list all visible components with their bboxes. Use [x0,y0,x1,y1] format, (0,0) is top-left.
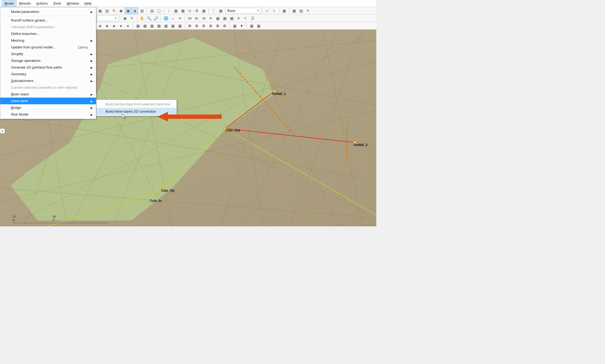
tool-icon[interactable]: ☰ [249,15,256,22]
dd-subcatchment[interactable]: Subcatchment ▶ [0,77,96,84]
tool-icon[interactable]: ✿ [194,23,200,29]
tool-icon[interactable]: ▦ [135,23,141,29]
inline-bank-submenu: Build section data from selected bank li… [96,99,177,116]
zoom-in-icon[interactable]: 🔍 [146,15,152,22]
tool-icon[interactable]: ▦ [177,23,183,29]
tool-icon[interactable]: ✿ [201,23,207,29]
tool-icon[interactable]: ▦ [142,23,148,29]
tool-icon[interactable]: ⎙ [187,8,193,14]
label-culv-out: Culv_Out [226,129,240,132]
dd-update-ground-model[interactable]: Update from ground model... Ctrl+U [0,44,96,51]
tool-icon[interactable]: ⌂ [170,15,176,22]
tool-icon[interactable]: ✿ [207,23,214,29]
tool-icon[interactable]: ✿ [214,23,221,29]
tool-icon[interactable]: ✿ [187,23,193,29]
tool-icon[interactable]: ⋮ [166,8,172,14]
tool-icon[interactable]: ▧ [298,8,304,14]
dd-calculate-refh: Calculate ReFH parameters [0,24,96,30]
label-outfall-2: Outfall_2 [354,143,367,147]
menu-model[interactable]: Model [2,0,16,6]
base-combo[interactable]: Base ▾ [225,8,260,14]
tool-icon[interactable]: ● [125,23,131,29]
tool-icon[interactable]: ▥ [104,8,110,14]
tool-icon[interactable]: ◈ [132,8,138,14]
tool-icon[interactable]: ▦ [173,8,179,14]
dd-model-parameters[interactable]: Model parameters ▶ [0,8,96,15]
tool-icon[interactable]: ✎ [111,8,117,14]
scale-left: 10 m [12,215,16,222]
dd-generate-1d-paths[interactable]: Generate 1D overland flow paths ▶ [0,64,96,71]
label-culv-in: Culv_In [150,199,162,203]
tool-icon[interactable]: ▼ [238,23,245,29]
tool-icon[interactable]: ▦ [180,8,186,14]
tool-icon[interactable]: ▦ [214,15,221,22]
dd-storage-operations[interactable]: Storage operations ▶ [0,57,96,64]
tool-icon[interactable]: ▦ [231,23,238,29]
sub-build-section-data: Build section data from selected bank li… [96,101,177,108]
chevron-down-icon: ▾ [115,17,116,20]
dd-inline-bank[interactable]: Inline bank ▶ [0,98,96,104]
tool-icon[interactable]: ▦ [97,8,103,14]
dd-convert-channels: Convert selected channels to river reach… [0,84,96,91]
shortcut-label: Ctrl+U [78,45,88,49]
tool-icon[interactable]: ✎ [305,8,311,14]
tool-icon[interactable]: ▦ [228,15,235,22]
globe-icon[interactable]: 🌐 [163,15,169,22]
tool-icon[interactable]: ☀ [177,15,183,22]
tool-icon[interactable]: ▦ [201,8,207,14]
tool-icon[interactable]: ⚙ [194,8,200,14]
menu-actions[interactable]: Actions [34,0,51,6]
dd-bridge[interactable]: Bridge ▶ [0,104,96,111]
toolbar-separator [209,8,209,13]
dd-river-reach[interactable]: River reach ▶ [0,91,96,98]
menu-results[interactable]: Results [16,0,33,6]
tool-icon[interactable]: ▦ [149,23,155,29]
tool-icon[interactable]: ▦ [255,23,262,29]
toolbar-separator [230,23,230,28]
tool-icon[interactable]: ▤ [149,8,155,14]
dd-geometry[interactable]: Geometry ▶ [0,71,96,77]
tool-icon[interactable]: ▢ [156,8,162,14]
dd-define-branches[interactable]: Define branches... [0,30,96,37]
dd-simplify[interactable]: Simplify ▶ [0,51,96,57]
tool-icon[interactable]: ▦ [221,15,228,22]
pointer-icon[interactable]: ↖ [242,15,249,22]
menu-window[interactable]: Window [64,0,82,6]
tool-icon[interactable]: ● [118,23,124,29]
tool-icon[interactable]: ◈ [97,23,103,29]
tool-icon[interactable]: ◉ [118,8,124,14]
menu-help[interactable]: Help [82,0,94,6]
tool-icon[interactable]: ▣ [125,8,131,14]
dd-runoff-wizard[interactable]: Runoff surface wizard... [0,17,96,24]
tool-icon[interactable]: ✦ [235,15,242,22]
tool-icon[interactable]: ◈ [111,23,117,29]
sub-build-inline-banks-2d[interactable]: Build inline banks 2D connection [96,108,177,115]
tool-icon[interactable]: ⋮ [210,8,217,14]
tool-icon[interactable]: ✎ [129,15,135,22]
tool-icon[interactable]: ▦ [248,23,255,29]
tool-icon[interactable]: ▦ [163,23,169,29]
tool-icon[interactable]: ▦ [281,8,287,14]
pan-icon[interactable]: ✋ [139,15,145,22]
combo-2[interactable]: ▾ [97,15,118,21]
tool-icon[interactable]: ◈ [104,23,110,29]
menu-tools[interactable]: Tools [50,0,64,6]
tool-icon[interactable]: ⤡ [271,8,277,14]
tool-icon[interactable]: ✿ [221,23,228,29]
tool-icon[interactable]: ◉ [122,15,128,22]
dd-risk-model[interactable]: Risk Model ▶ [0,111,96,118]
tool-icon[interactable]: ✳ [207,15,214,22]
tool-icon[interactable]: ⋉ [194,15,200,22]
tool-icon[interactable]: ▦ [156,23,162,29]
side-dropdown[interactable]: ▾ [0,129,5,133]
zoom-out-icon[interactable]: 🔎 [153,15,159,22]
tool-icon[interactable]: ▦ [291,8,297,14]
dd-meshing[interactable]: Meshing ▶ [0,37,96,44]
tool-icon[interactable]: ⋊ [201,15,207,22]
tool-icon[interactable]: ⋈ [187,15,193,22]
tool-icon[interactable]: ⤢ [264,8,270,14]
chevron-right-icon: ▶ [91,66,93,69]
tool-icon[interactable]: ▧ [139,8,145,14]
tool-icon[interactable]: ▦ [170,23,176,29]
tool-icon[interactable]: ▦ [217,8,224,14]
